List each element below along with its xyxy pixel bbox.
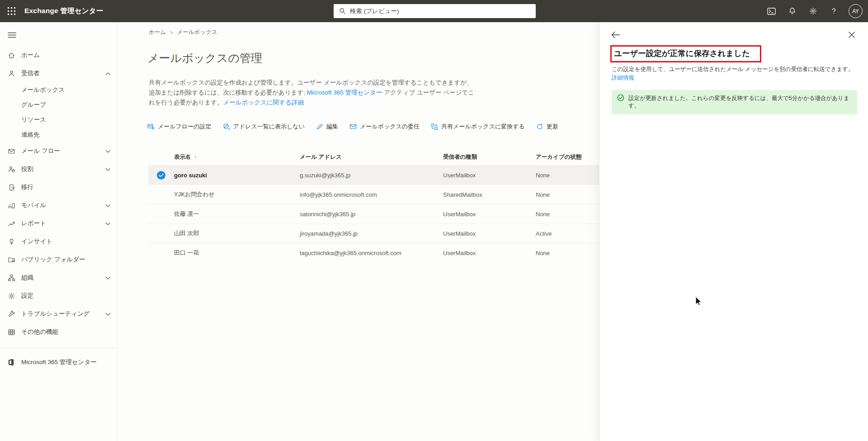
sidebar-item-label: パブリック フォルダー xyxy=(21,256,85,264)
sidebar-item-label: ホーム xyxy=(21,51,40,59)
back-arrow-icon[interactable] xyxy=(610,29,621,40)
sidebar-item-home[interactable]: ホーム xyxy=(0,46,117,64)
sidebar-item-label: レポート xyxy=(21,219,46,228)
table-row[interactable]: 田口 一花 taguchiichika@yjk365.onmicrosoft.c… xyxy=(148,243,599,262)
sidebar-item-insights[interactable]: インサイト xyxy=(0,232,117,251)
sidebar-item-organization[interactable]: 組織 xyxy=(0,269,117,287)
sidebar-divider xyxy=(0,348,117,348)
sidebar-item-label: Microsoft 365 管理センター xyxy=(21,358,97,366)
close-icon[interactable] xyxy=(846,29,857,40)
table-row[interactable]: 佐藤 凛一 satorinichi@yjk365.jp UserMailbox … xyxy=(148,204,599,223)
toolbar-label: 更新 xyxy=(547,123,558,131)
sidebar-item-mailboxes[interactable]: メールボックス xyxy=(0,82,117,97)
convert-to-shared-mailbox-button[interactable]: 共有メールボックスに変換する xyxy=(431,123,525,131)
sort-ascending-icon: ↑ xyxy=(194,154,197,160)
toolbar: メールフローの設定 アドレス一覧に表示しない 編集 メールボックスの委任 共有メ… xyxy=(147,123,601,131)
hide-address-icon xyxy=(223,123,230,130)
header-email[interactable]: メール アドレス xyxy=(300,153,443,161)
sidebar-item-mail-flow[interactable]: メール フロー xyxy=(0,142,117,160)
app-title: Exchange 管理センター xyxy=(24,6,104,16)
powershell-icon[interactable] xyxy=(763,0,780,22)
sidebar-item-other-features[interactable]: その他の機能 xyxy=(0,323,117,341)
avatar[interactable]: AY xyxy=(849,4,863,18)
cell-archive-status: None xyxy=(536,250,599,256)
sidebar-item-mobile[interactable]: モバイル xyxy=(0,196,117,214)
cell-display-name: YJKお問合わせ xyxy=(174,190,300,199)
cell-archive-status: None xyxy=(536,191,599,198)
header-recipient-type[interactable]: 受信者の種類 xyxy=(443,153,536,161)
sidebar-item-roles[interactable]: 役割 xyxy=(0,160,117,178)
gear-icon[interactable] xyxy=(804,0,821,22)
hamburger-menu-icon[interactable] xyxy=(8,32,117,40)
success-banner: 設定が更新されました。これらの変更を反映するには、最大で5分かかる場合があります… xyxy=(612,90,857,114)
header-label: 表示名 xyxy=(174,154,191,160)
header-label: アーカイブの状態 xyxy=(536,154,581,160)
sidebar-item-label: インサイト xyxy=(21,237,52,246)
panel-description-text: この設定を使用して、ユーザーに送信されたメール メッセージを別の受信者に転送でき… xyxy=(612,66,854,72)
search-input[interactable]: 検索 (プレビュー) xyxy=(334,4,536,18)
cell-recipient-type: UserMailbox xyxy=(443,211,536,218)
sidebar-item-label: 移行 xyxy=(21,183,33,191)
cell-email: jiroyamada@yjk365.jp xyxy=(300,230,443,237)
migration-icon xyxy=(8,184,15,191)
toolbar-label: メールボックスの委任 xyxy=(360,123,420,131)
cell-archive-status: None xyxy=(536,211,599,218)
sidebar-item-reports[interactable]: レポート xyxy=(0,214,117,232)
sidebar-item-troubleshooting[interactable]: トラブルシューティング xyxy=(0,305,117,323)
sidebar-item-label: 組織 xyxy=(21,274,33,282)
table-row[interactable]: 山田 次郎 jiroyamada@yjk365.jp UserMailbox A… xyxy=(148,223,599,243)
sidebar-item-recipients[interactable]: 受信者 xyxy=(0,64,117,82)
app-launcher-icon[interactable] xyxy=(0,0,23,22)
sidebar-item-contacts[interactable]: 連絡先 xyxy=(0,127,117,142)
chevron-up-icon[interactable] xyxy=(105,70,110,77)
mail-icon xyxy=(8,147,15,155)
chevron-down-icon[interactable] xyxy=(105,148,110,155)
sidebar-item-groups[interactable]: グループ xyxy=(0,97,117,112)
edit-button[interactable]: 編集 xyxy=(316,123,338,131)
sidebar-item-migration[interactable]: 移行 xyxy=(0,178,117,196)
header-archive-status[interactable]: アーカイブの状態 xyxy=(536,153,599,161)
mail-settings-icon xyxy=(147,123,155,130)
learn-more-link[interactable]: 詳細情報 xyxy=(612,75,634,81)
mailbox-learn-more-link[interactable]: メールボックスに関する詳細 xyxy=(223,99,304,106)
sidebar-item-label: リソース xyxy=(21,116,46,124)
person-icon xyxy=(8,70,15,77)
cell-email: info@yjk365.onmicrosoft.com xyxy=(300,191,443,198)
table-row[interactable]: goro suzuki g.suzuki@yjk365.jp UserMailb… xyxy=(148,165,599,185)
refresh-icon xyxy=(536,123,543,130)
mail-flow-settings-button[interactable]: メールフローの設定 xyxy=(147,123,212,131)
header-display-name[interactable]: 表示名↑ xyxy=(174,153,300,161)
breadcrumb: ホーム > メールボックス xyxy=(118,22,601,36)
panel-description: この設定を使用して、ユーザーに送信されたメール メッセージを別の受信者に転送でき… xyxy=(612,65,858,82)
main-content: ホーム > メールボックス メールボックスの管理 共有メールボックスの設定を作成… xyxy=(118,22,601,262)
help-icon[interactable] xyxy=(825,0,842,22)
chevron-down-icon[interactable] xyxy=(105,166,110,173)
org-icon xyxy=(8,274,15,282)
refresh-button[interactable]: 更新 xyxy=(536,123,558,131)
cell-display-name: goro suzuki xyxy=(174,172,300,179)
hide-from-address-list-button[interactable]: アドレス一覧に表示しない xyxy=(223,123,305,131)
search-placeholder: 検索 (プレビュー) xyxy=(350,7,399,15)
chevron-down-icon[interactable] xyxy=(105,311,110,318)
chevron-down-icon[interactable] xyxy=(105,220,110,227)
sidebar-item-resources[interactable]: リソース xyxy=(0,112,117,127)
lightbulb-icon xyxy=(8,238,15,246)
chevron-down-icon[interactable] xyxy=(105,202,110,209)
bell-icon[interactable] xyxy=(783,0,801,22)
cell-recipient-type: SharedMailbox xyxy=(443,191,536,198)
highlight-annotation: ユーザー設定が正常に保存されました xyxy=(610,45,761,62)
cell-recipient-type: UserMailbox xyxy=(443,230,536,237)
row-checkbox[interactable] xyxy=(148,171,174,180)
top-bar: Exchange 管理センター 検索 (プレビュー) AY xyxy=(0,0,868,22)
table-row[interactable]: YJKお問合わせ info@yjk365.onmicrosoft.com Sha… xyxy=(148,185,599,204)
mailbox-table: 表示名↑ メール アドレス 受信者の種類 アーカイブの状態 goro suzuk… xyxy=(148,149,599,262)
breadcrumb-current[interactable]: メールボックス xyxy=(177,28,217,36)
mailbox-delegation-button[interactable]: メールボックスの委任 xyxy=(349,123,420,131)
sidebar-item-public-folders[interactable]: パブリック フォルダー xyxy=(0,251,117,269)
m365-admin-center-link[interactable]: Microsoft 365 管理センター xyxy=(307,89,382,96)
sidebar-item-m365-admin-center[interactable]: Microsoft 365 管理センター xyxy=(0,353,117,371)
sidebar-item-label: 役割 xyxy=(21,165,33,173)
sidebar-item-settings[interactable]: 設定 xyxy=(0,287,117,305)
breadcrumb-home[interactable]: ホーム xyxy=(149,28,166,36)
chevron-down-icon[interactable] xyxy=(105,275,110,281)
